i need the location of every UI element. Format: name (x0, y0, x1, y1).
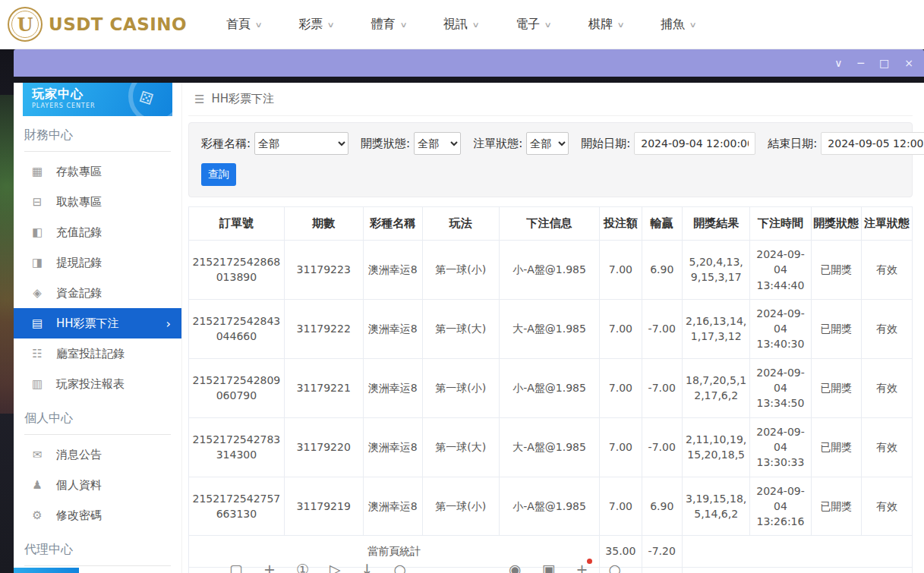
sidebar-item-profile[interactable]: ♟ 個人資料 (14, 470, 181, 500)
cell-bet-info: 小-A盤@1.985 (499, 358, 599, 417)
footer-icon[interactable]: ▢ (229, 561, 243, 573)
col-header-win-loss: 輸贏 (642, 207, 682, 241)
footer-icon[interactable]: ① (296, 561, 309, 573)
sidebar-partial-header-bar (14, 568, 79, 573)
nav-item-sports[interactable]: 體育∨ (371, 17, 406, 33)
hall-bet-record-icon: ☷ (30, 347, 44, 360)
col-header-order-no: 訂單號 (189, 207, 285, 241)
table-row: 2152172542843044660 31179222 澳洲幸运8 第一球(大… (189, 299, 913, 358)
cell-order-no: 2152172542757663130 (189, 477, 285, 536)
announcement-icon: ✉ (30, 448, 44, 461)
draw-status-select[interactable]: 全部 (414, 132, 461, 155)
sidebar-item-label: 存款專區 (56, 165, 102, 179)
cell-order-no: 2152172542868013890 (189, 241, 285, 300)
chevron-down-icon: ∨ (399, 20, 407, 29)
sidebar-item-announcements[interactable]: ✉ 消息公告 (14, 439, 181, 470)
cell-draw-result: 2,11,10,19,15,20,18,5 (682, 417, 750, 477)
start-date-label: 開始日期: (581, 137, 630, 151)
cell-draw-result: 2,16,13,14,1,17,3,12 (682, 299, 750, 358)
col-header-lottery-name: 彩種名稱 (363, 207, 422, 241)
nav-item-electronic[interactable]: 電子∨ (516, 17, 550, 33)
footer-icon[interactable]: ○ (609, 561, 622, 573)
nav-item-fishing[interactable]: 捕魚∨ (661, 17, 695, 33)
close-window-icon[interactable]: × (904, 58, 913, 68)
footer-icon[interactable]: ◉ (509, 561, 522, 573)
sidebar-item-player-bet-report[interactable]: ▥ 玩家投注報表 (14, 369, 181, 399)
cell-period: 31179223 (284, 241, 363, 300)
sidebar-item-label: 提現記錄 (56, 256, 102, 270)
footer-icon-with-notification[interactable]: + (576, 561, 588, 573)
chevron-down-icon: ∨ (617, 20, 624, 29)
minimize-window-icon[interactable]: ─ (858, 58, 864, 68)
sidebar-item-change-password[interactable]: ⚙ 修改密碼 (14, 500, 181, 530)
cell-draw-result: 5,20,4,13,9,15,3,17 (682, 241, 750, 300)
search-button[interactable]: 查詢 (201, 163, 236, 186)
top-navigation: U USDT CASINO 首頁∨ 彩票∨ 體育∨ 視訊∨ 電子∨ 棋牌∨ 捕魚… (0, 0, 924, 49)
cell-draw-result: 18,7,20,5,12,17,6,2 (682, 358, 750, 417)
cell-bet-info: 小-A盤@1.985 (499, 241, 599, 300)
cell-lottery-name: 澳洲幸运8 (363, 477, 422, 536)
player-center-window: ∨ ─ □ × 玩家中心 PLAYERS CENTER ⚄ 財務中心 ▦ 存款專… (14, 49, 924, 573)
chevron-down-icon: ∨ (327, 20, 335, 29)
sidebar-item-recharge-record[interactable]: ◧ 充值記錄 (14, 217, 181, 247)
sidebar-item-withdrawal-record[interactable]: ◨ 提現記錄 (14, 247, 181, 278)
footer-icon[interactable]: ○ (393, 561, 406, 573)
players-center-header: 玩家中心 PLAYERS CENTER ⚄ (23, 83, 172, 116)
cell-draw-status: 已開獎 (811, 299, 862, 358)
order-status-select[interactable]: 全部 (526, 132, 569, 155)
table-row: 2152172542783314300 31179220 澳洲幸运8 第一球(大… (189, 417, 913, 477)
sidebar-item-hall-bet-record[interactable]: ☷ 廳室投註記錄 (14, 338, 181, 369)
nav-item-lottery[interactable]: 彩票∨ (298, 17, 333, 33)
nav-item-label: 彩票 (298, 17, 323, 33)
cell-bet-amount: 7.00 (600, 477, 642, 536)
sidebar-item-hh-lottery-bet[interactable]: ▤ HH彩票下注 › (14, 308, 181, 338)
col-header-period: 期數 (284, 207, 363, 241)
cell-draw-status: 已開獎 (811, 358, 862, 417)
footer-icon[interactable]: ▷ (330, 561, 341, 573)
footer-icon[interactable]: ▣ (542, 561, 556, 573)
player-bet-report-icon: ▥ (30, 377, 44, 391)
cell-lottery-name: 澳洲幸运8 (363, 417, 422, 477)
footer-icon[interactable]: + (263, 561, 276, 573)
col-header-bet-info: 下注信息 (499, 207, 599, 241)
main-nav: 首頁∨ 彩票∨ 體育∨ 視訊∨ 電子∨ 棋牌∨ 捕魚∨ (226, 17, 695, 33)
order-status-label: 注單狀態: (473, 137, 522, 151)
cell-draw-status: 已開獎 (811, 417, 862, 477)
summary-empty (682, 567, 912, 573)
draw-status-label: 開獎狀態: (361, 137, 410, 151)
sidebar-item-label: HH彩票下注 (56, 316, 119, 331)
cell-draw-status: 已開獎 (811, 241, 862, 300)
sidebar-item-deposit[interactable]: ▦ 存款專區 (14, 156, 181, 187)
cell-win-loss: -7.00 (642, 358, 682, 417)
cell-bet-time: 2024-09-04 13:40:30 (750, 299, 811, 358)
maximize-window-icon[interactable]: □ (879, 58, 889, 68)
page: U USDT CASINO 首頁∨ 彩票∨ 體育∨ 視訊∨ 電子∨ 棋牌∨ 捕魚… (0, 0, 924, 573)
end-date-label: 結束日期: (768, 137, 817, 151)
lottery-name-select[interactable]: 全部 (254, 132, 348, 155)
cell-bet-info: 小-A盤@1.985 (499, 477, 599, 536)
cell-lottery-name: 澳洲幸运8 (363, 299, 422, 358)
collapse-window-icon[interactable]: ∨ (834, 58, 842, 68)
window-titlebar[interactable]: ∨ ─ □ × (14, 49, 924, 77)
nav-item-label: 體育 (371, 17, 396, 33)
filter-panel: 彩種名稱: 全部 開獎狀態: 全部 注單狀態: (188, 122, 913, 197)
cell-order-no: 2152172542809060790 (189, 358, 285, 417)
nav-item-chess[interactable]: 棋牌∨ (588, 17, 623, 33)
brand-logo[interactable]: U USDT CASINO (8, 7, 190, 42)
sidebar-item-label: 玩家投注報表 (56, 377, 125, 392)
cell-bet-amount: 7.00 (600, 417, 642, 477)
cell-win-loss: 6.90 (642, 477, 682, 536)
start-date-input[interactable] (634, 132, 755, 155)
footer-icon[interactable]: ↓ (361, 561, 374, 573)
sidebar-item-funds-record[interactable]: ◈ 資金記錄 (14, 278, 181, 308)
end-date-input[interactable] (821, 132, 924, 155)
cell-lottery-name: 澳洲幸运8 (363, 241, 422, 300)
cell-bet-amount: 7.00 (600, 241, 642, 300)
cell-bet-time: 2024-09-04 13:44:40 (750, 241, 811, 300)
nav-item-video[interactable]: 視訊∨ (443, 17, 478, 33)
nav-item-label: 首頁 (226, 17, 251, 33)
nav-item-home[interactable]: 首頁∨ (226, 17, 261, 33)
deposit-icon: ▦ (30, 165, 44, 178)
sidebar-item-withdraw[interactable]: ⊟ 取款專區 (14, 187, 181, 217)
sidebar-item-label: 修改密碼 (56, 508, 102, 523)
